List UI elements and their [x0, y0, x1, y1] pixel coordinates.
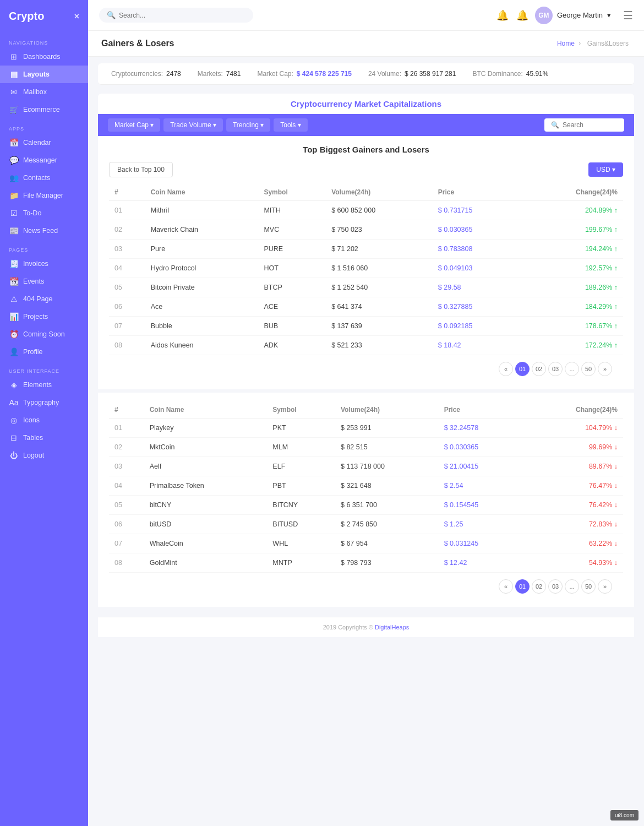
filter-search-input[interactable] — [563, 121, 618, 129]
sidebar-item-calendar[interactable]: 📅Calendar — [0, 134, 88, 151]
sidebar-item-contacts[interactable]: 👥Contacts — [0, 169, 88, 187]
sidebar-item-404-page[interactable]: ⚠404 Page — [0, 290, 88, 308]
table-row: 06bitUSDBITUSD$ 2 745 850$ 1.2572.83% ↓ — [109, 515, 623, 534]
mailbox-icon: ✉ — [9, 88, 19, 96]
row-volume: $ 1 516 060 — [326, 259, 433, 278]
row-price: $ 21.00415 — [439, 457, 524, 476]
currency-selector-button[interactable]: USD ▾ — [588, 162, 623, 177]
breadcrumb-sep: › — [578, 40, 581, 47]
sidebar-item-coming-soon[interactable]: ⏰Coming Soon — [0, 325, 88, 343]
table-row: 04Primalbase TokenPBT$ 321 648$ 2.5476.4… — [109, 476, 623, 496]
sidebar-item-profile[interactable]: 👤Profile — [0, 343, 88, 361]
watermark: ui8.com — [610, 810, 638, 820]
sidebar: Crypto × NAVIGATIONS⊞Dashboards▤Layouts✉… — [0, 0, 88, 826]
back-to-top100-button[interactable]: Back to Top 100 — [109, 162, 173, 177]
page-button[interactable]: 50 — [581, 579, 596, 594]
page-button[interactable]: ... — [565, 362, 579, 376]
stat-item: BTC Dominance:45.91% — [472, 70, 548, 78]
row-symbol: MLM — [267, 438, 335, 457]
row-num: 01 — [109, 201, 145, 220]
sidebar-item-icons[interactable]: ◎Icons — [0, 411, 88, 429]
row-price: $ 1.25 — [439, 515, 524, 534]
sidebar-item-file-manager[interactable]: 📁File Manager — [0, 187, 88, 204]
table-header: Symbol — [267, 401, 335, 419]
sidebar-item-news-feed[interactable]: 📰News Feed — [0, 222, 88, 240]
tables-wrapper: Top Biggest Gainers and Losers Back to T… — [98, 136, 634, 607]
breadcrumb-home[interactable]: Home — [557, 40, 575, 47]
stat-value: 2478 — [166, 70, 181, 78]
search-icon: 🔍 — [107, 11, 116, 19]
sidebar-item-typography[interactable]: AaTypography — [0, 394, 88, 411]
sidebar-item-todo[interactable]: ☑To-Do — [0, 204, 88, 222]
row-num: 04 — [109, 259, 145, 278]
page-button[interactable]: 50 — [581, 362, 596, 376]
sidebar-item-invoices[interactable]: 🧾Invoices — [0, 255, 88, 273]
row-coin-name: WhaleCoin — [144, 534, 268, 553]
stat-item: 24 Volume:$ 26 358 917 281 — [368, 70, 456, 78]
sidebar-item-logout[interactable]: ⏻Logout — [0, 447, 88, 464]
row-change: 104.79% ↓ — [524, 419, 623, 438]
sidebar-section-label: USER INTERFACE — [0, 361, 88, 376]
sidebar-item-messenger[interactable]: 💬Messanger — [0, 151, 88, 169]
losers-table: #Coin NameSymbolVolume(24h)PriceChange(2… — [109, 401, 623, 573]
filter-button[interactable]: Trade Volume ▾ — [163, 118, 223, 132]
row-coin-name: bitCNY — [144, 496, 268, 515]
sidebar-item-label: Projects — [23, 313, 48, 320]
ecommerce-icon: 🛒 — [9, 105, 19, 114]
row-coin-name: GoldMint — [144, 553, 268, 573]
page-button[interactable]: « — [499, 362, 513, 376]
hamburger-icon[interactable]: ☰ — [623, 9, 633, 22]
table-row: 05bitCNYBITCNY$ 6 351 700$ 0.15454576.42… — [109, 496, 623, 515]
table-row: 01PlaykeyPKT$ 253 991$ 32.24578104.79% ↓ — [109, 419, 623, 438]
row-symbol: BUB — [258, 317, 326, 336]
page-button[interactable]: 01 — [515, 579, 530, 594]
stat-label: BTC Dominance: — [472, 70, 522, 78]
page-button[interactable]: » — [598, 579, 612, 594]
stats-bar: Cryptocurrencies:2478Markets:7481Market … — [98, 63, 634, 85]
notification-icon[interactable]: 🔔 — [496, 9, 509, 21]
contacts-icon: 👥 — [9, 173, 19, 182]
row-volume: $ 253 991 — [335, 419, 439, 438]
row-symbol: PURE — [258, 240, 326, 259]
row-symbol: WHL — [267, 534, 335, 553]
page-button[interactable]: 02 — [532, 579, 546, 594]
filter-button[interactable]: Trending ▾ — [226, 118, 270, 132]
sidebar-item-layouts[interactable]: ▤Layouts — [0, 66, 88, 83]
bell-icon[interactable]: 🔔 — [516, 9, 528, 21]
filter-button[interactable]: Tools ▾ — [274, 118, 307, 132]
search-input[interactable] — [119, 12, 245, 19]
page-button[interactable]: « — [499, 579, 513, 594]
sidebar-item-events[interactable]: 📆Events — [0, 273, 88, 290]
sidebar-item-label: Contacts — [23, 174, 50, 182]
sidebar-item-elements[interactable]: ◈Elements — [0, 376, 88, 394]
page-button[interactable]: ... — [565, 579, 579, 594]
page-button[interactable]: » — [598, 362, 612, 376]
row-coin-name: Maverick Chain — [145, 220, 259, 240]
row-price: $ 0.030365 — [439, 438, 524, 457]
stat-item: Market Cap:$ 424 578 225 715 — [257, 70, 351, 78]
footer-link[interactable]: DigitalHeaps — [375, 624, 409, 631]
search-filter[interactable]: 🔍 — [544, 118, 624, 132]
page-button[interactable]: 02 — [532, 362, 546, 376]
filter-button[interactable]: Market Cap ▾ — [108, 118, 160, 132]
sidebar-item-ecommerce[interactable]: 🛒Ecommerce — [0, 101, 88, 118]
page-button[interactable]: 03 — [548, 362, 563, 376]
sidebar-close-icon[interactable]: × — [74, 12, 79, 21]
sidebar-item-label: File Manager — [23, 192, 63, 199]
row-num: 05 — [109, 496, 144, 515]
logout-icon: ⏻ — [9, 451, 19, 460]
sidebar-item-tables[interactable]: ⊟Tables — [0, 429, 88, 447]
row-change: 54.93% ↓ — [524, 553, 623, 573]
search-box[interactable]: 🔍 — [99, 8, 253, 23]
page-button[interactable]: 01 — [515, 362, 530, 376]
sidebar-item-mailbox[interactable]: ✉Mailbox — [0, 83, 88, 101]
row-symbol: ADK — [258, 336, 326, 355]
sidebar-item-projects[interactable]: 📊Projects — [0, 308, 88, 325]
row-price: $ 0.049103 — [433, 259, 521, 278]
row-num: 07 — [109, 534, 144, 553]
row-volume: $ 750 023 — [326, 220, 433, 240]
topbar-user[interactable]: GM George Martin ▾ — [535, 7, 611, 24]
page-button[interactable]: 03 — [548, 579, 563, 594]
sidebar-item-dashboards[interactable]: ⊞Dashboards — [0, 48, 88, 66]
gainers-top-actions: Back to Top 100 USD ▾ — [109, 162, 623, 177]
